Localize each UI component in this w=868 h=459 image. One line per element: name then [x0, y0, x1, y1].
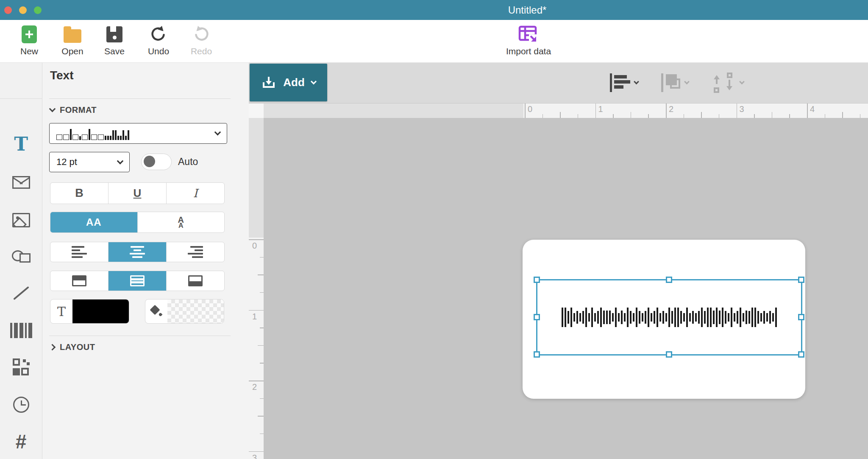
design-viewport[interactable]: [264, 118, 868, 459]
align-right-icon: [188, 246, 203, 258]
properties-panel: Text FORMAT 12 pt Auto B U I: [42, 63, 249, 459]
font-preview-glyphs: [56, 127, 215, 140]
chevron-down-icon: [117, 157, 124, 164]
align-left-button[interactable]: [50, 242, 108, 262]
fill-color-button[interactable]: [145, 299, 224, 324]
valign-middle-button[interactable]: [108, 271, 166, 291]
align-right-button[interactable]: [166, 242, 224, 262]
minimize-window-button[interactable]: [19, 6, 27, 14]
layout-section-label: LAYOUT: [60, 342, 95, 352]
italic-glyph: I: [193, 187, 198, 200]
tool-address[interactable]: [0, 167, 42, 198]
valign-top-button[interactable]: [50, 271, 108, 291]
rail-separator: [0, 98, 42, 99]
font-size-dropdown[interactable]: 12 pt: [49, 152, 130, 172]
tool-counter[interactable]: #: [0, 426, 42, 457]
redo-button[interactable]: Redo: [176, 23, 227, 62]
chevron-down-icon: [214, 129, 221, 136]
import-data-label: Import data: [503, 46, 554, 56]
selection-handle[interactable]: [534, 351, 540, 358]
tool-line[interactable]: [0, 278, 42, 308]
tool-datetime[interactable]: [0, 389, 42, 420]
selection-handle[interactable]: [798, 277, 804, 283]
selection-handle[interactable]: [798, 351, 804, 358]
toggle-knob: [144, 156, 155, 167]
zoom-window-button[interactable]: [34, 6, 42, 14]
image-icon: [12, 213, 30, 227]
panel-title: Text: [50, 69, 74, 82]
arrange-order-icon: [714, 73, 736, 93]
panel-divider: [49, 336, 231, 336]
italic-button[interactable]: I: [166, 183, 224, 204]
paint-bucket-icon: [151, 306, 162, 317]
tool-text[interactable]: T: [0, 129, 42, 160]
ruler-corner: [249, 104, 264, 118]
align-left-icon: [72, 246, 87, 258]
uppercase-glyph: AA: [86, 216, 102, 228]
window-titlebar: Untitled*: [0, 0, 868, 20]
mixed-case-button[interactable]: A A: [137, 212, 225, 232]
v-ruler-label: 1: [252, 312, 257, 322]
h-ruler-label: 2: [669, 104, 673, 114]
selection-handle[interactable]: [534, 314, 540, 320]
text-color-T-icon: T: [57, 304, 66, 319]
valign-top-icon: [72, 275, 86, 286]
text-tool-icon: T: [14, 135, 28, 154]
save-button[interactable]: Save: [89, 23, 140, 62]
font-size-value: 12 pt: [56, 157, 118, 168]
save-floppy-icon: [106, 26, 122, 42]
redo-button-label: Redo: [176, 46, 227, 56]
selection-handle[interactable]: [666, 277, 672, 283]
uppercase-button[interactable]: AA: [50, 212, 137, 232]
close-window-button[interactable]: [4, 6, 12, 14]
selected-barcode-object[interactable]: [536, 279, 802, 355]
align-objects-icon: [610, 73, 630, 92]
chevron-down-icon: [49, 106, 56, 112]
selection-handle[interactable]: [798, 314, 804, 320]
align-center-button[interactable]: [108, 242, 166, 262]
valign-bottom-icon: [188, 275, 203, 286]
shapes-icon: [12, 249, 31, 264]
underline-button[interactable]: U: [108, 183, 166, 204]
align-objects-dropdown[interactable]: [610, 72, 638, 93]
group-objects-dropdown[interactable]: [661, 72, 689, 93]
valign-bottom-button[interactable]: [166, 271, 224, 291]
barcode-text-object: [537, 280, 801, 354]
add-download-icon: [261, 75, 276, 90]
auto-size-label: Auto: [178, 156, 198, 168]
tool-barcode[interactable]: [0, 315, 42, 346]
layout-section-header[interactable]: LAYOUT: [50, 342, 95, 352]
selection-handle[interactable]: [666, 351, 672, 358]
tool-image[interactable]: [0, 205, 42, 235]
chevron-down-icon: [634, 79, 639, 84]
chevron-right-icon: [49, 344, 56, 351]
tool-qrcode[interactable]: [0, 352, 42, 382]
open-folder-icon: [64, 29, 81, 43]
counter-hash-icon: #: [16, 432, 27, 451]
panel-divider: [49, 98, 231, 99]
format-section-label: FORMAT: [60, 105, 97, 115]
v-ruler-label: 3: [252, 453, 257, 459]
v-ruler-label: 0: [252, 241, 257, 251]
h-ruler-label: 0: [528, 104, 532, 114]
new-document-icon: [22, 25, 37, 43]
add-object-button[interactable]: Add: [250, 64, 327, 101]
tool-shape[interactable]: [0, 241, 42, 272]
bold-button[interactable]: B: [50, 183, 108, 204]
layers-icon: [661, 73, 681, 92]
add-button-label: Add: [283, 76, 305, 89]
import-data-button[interactable]: Import data: [503, 23, 554, 62]
save-button-label: Save: [89, 46, 140, 56]
vertical-ruler: 0123: [249, 118, 264, 459]
window-title: Untitled*: [508, 4, 547, 16]
selection-handle[interactable]: [534, 277, 540, 283]
canvas-area: Add: [249, 63, 868, 459]
auto-size-toggle[interactable]: [141, 154, 172, 170]
canvas-toolbar: Add: [249, 63, 868, 104]
arrange-order-dropdown[interactable]: [714, 72, 744, 93]
text-color-button[interactable]: T: [50, 299, 129, 324]
font-family-dropdown[interactable]: [49, 123, 227, 144]
valign-middle-icon: [130, 275, 145, 286]
qrcode-icon: [13, 358, 30, 375]
format-section-header[interactable]: FORMAT: [50, 105, 97, 115]
